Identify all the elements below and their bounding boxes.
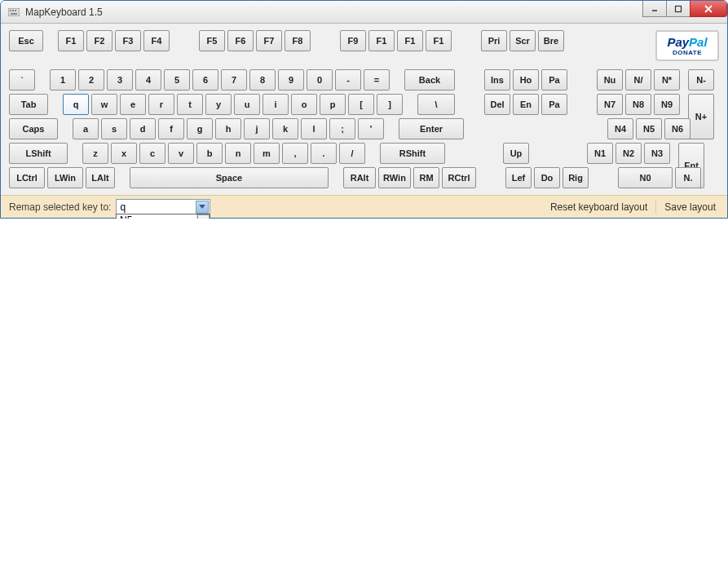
key-rshift[interactable]: RShift (380, 143, 445, 164)
key-numdiv[interactable]: N/ (625, 69, 651, 91)
key-z[interactable]: z (82, 143, 108, 164)
key-1[interactable]: 1 (50, 69, 76, 91)
key-quote[interactable]: ' (358, 118, 384, 139)
key-ralt[interactable]: RAlt (343, 167, 376, 188)
key-0[interactable]: 0 (307, 69, 333, 91)
key-rmenu[interactable]: RM (413, 167, 439, 188)
key-y[interactable]: y (205, 94, 232, 115)
key-rwin[interactable]: RWin (378, 167, 411, 188)
key-u[interactable]: u (234, 94, 260, 115)
key-pageup[interactable]: Pa (541, 69, 567, 91)
key-h[interactable]: h (215, 118, 241, 139)
key-num4[interactable]: N4 (607, 118, 633, 139)
remap-select[interactable]: q (116, 199, 210, 215)
reset-layout-button[interactable]: Reset keyboard layout (547, 201, 651, 213)
key-tab[interactable]: Tab (9, 94, 48, 115)
key-up[interactable]: Up (503, 143, 529, 164)
key-space[interactable]: Space (130, 167, 329, 188)
maximize-button[interactable] (666, 1, 690, 17)
key-lctrl[interactable]: LCtrl (9, 167, 45, 188)
key-8[interactable]: 8 (249, 69, 276, 91)
key-n[interactable]: n (225, 143, 251, 164)
key-num1[interactable]: N1 (587, 143, 613, 164)
scroll-up-button[interactable]: ▲ (197, 214, 210, 219)
dropdown-item[interactable]: N5 (117, 214, 196, 219)
key-capslock[interactable]: Caps (9, 118, 58, 139)
key-p[interactable]: p (320, 94, 346, 115)
key-f1[interactable]: F1 (58, 30, 84, 51)
key-b[interactable]: b (196, 143, 223, 164)
key-4[interactable]: 4 (135, 69, 161, 91)
key-s[interactable]: s (101, 118, 127, 139)
key-backslash[interactable]: \ (417, 94, 455, 115)
key-pagedown[interactable]: Pa (541, 94, 567, 115)
key-t[interactable]: t (177, 94, 203, 115)
key-l[interactable]: l (301, 118, 327, 139)
key-j[interactable]: j (244, 118, 270, 139)
key-comma[interactable]: , (282, 143, 308, 164)
key-rctrl[interactable]: RCtrl (442, 167, 476, 188)
key-numplus[interactable]: N+ (688, 94, 714, 139)
key-w[interactable]: w (91, 94, 117, 115)
key-f12[interactable]: F1 (426, 30, 452, 51)
key-break[interactable]: Bre (538, 30, 564, 51)
key-num6[interactable]: N6 (664, 118, 690, 139)
key-f7[interactable]: F7 (256, 30, 282, 51)
key-9[interactable]: 9 (278, 69, 304, 91)
close-button[interactable] (690, 1, 727, 17)
key-f11[interactable]: F1 (397, 30, 423, 51)
key-rbracket[interactable]: ] (377, 94, 403, 115)
key-lalt[interactable]: LAlt (86, 167, 115, 188)
key-i[interactable]: i (263, 94, 289, 115)
key-num5[interactable]: N5 (636, 118, 662, 139)
key-printscreen[interactable]: Pri (481, 30, 507, 51)
key-x[interactable]: x (111, 143, 137, 164)
key-o[interactable]: o (291, 94, 317, 115)
save-layout-button[interactable]: Save layout (661, 201, 719, 213)
key-insert[interactable]: Ins (484, 69, 510, 91)
key-q[interactable]: q (63, 94, 89, 115)
key-minus[interactable]: - (335, 69, 361, 91)
key-equals[interactable]: = (364, 69, 390, 91)
key-num0[interactable]: N0 (618, 167, 673, 188)
key-e[interactable]: e (120, 94, 146, 115)
key-f[interactable]: f (158, 118, 184, 139)
key-numdot[interactable]: N. (675, 167, 701, 188)
key-2[interactable]: 2 (78, 69, 104, 91)
key-3[interactable]: 3 (107, 69, 133, 91)
key-f2[interactable]: F2 (86, 30, 113, 51)
key-enter[interactable]: Enter (399, 118, 464, 139)
paypal-donate-button[interactable]: PayPal DONATE (655, 30, 719, 61)
key-f6[interactable]: F6 (227, 30, 254, 51)
dropdown-list[interactable]: N5N6N7N8N9NumberLockopPageDownPageUpPrin… (117, 214, 196, 219)
key-semicolon[interactable]: ; (329, 118, 355, 139)
key-delete[interactable]: Del (484, 94, 510, 115)
key-num8[interactable]: N8 (625, 94, 651, 115)
key-7[interactable]: 7 (221, 69, 247, 91)
key-numminus[interactable]: N- (688, 69, 714, 91)
key-f4[interactable]: F4 (143, 30, 170, 51)
key-left[interactable]: Lef (505, 167, 532, 188)
key-lshift[interactable]: LShift (9, 143, 68, 164)
key-lbracket[interactable]: [ (348, 94, 374, 115)
key-num2[interactable]: N2 (615, 143, 642, 164)
key-scrolllock[interactable]: Scr (510, 30, 536, 51)
key-backspace[interactable]: Back (404, 69, 455, 91)
key-k[interactable]: k (272, 118, 298, 139)
key-f10[interactable]: F1 (368, 30, 395, 51)
key-lwin[interactable]: LWin (47, 167, 83, 188)
key-numlock[interactable]: Nu (597, 69, 623, 91)
key-f8[interactable]: F8 (285, 30, 311, 51)
key-a[interactable]: a (73, 118, 99, 139)
key-c[interactable]: c (139, 143, 165, 164)
key-end[interactable]: En (513, 94, 539, 115)
key-6[interactable]: 6 (192, 69, 218, 91)
key-m[interactable]: m (254, 143, 280, 164)
key-home[interactable]: Ho (513, 69, 539, 91)
key-f5[interactable]: F5 (199, 30, 225, 51)
key-slash[interactable]: / (339, 143, 365, 164)
key-g[interactable]: g (187, 118, 213, 139)
key-right[interactable]: Rig (563, 167, 589, 188)
key-esc[interactable]: Esc (9, 30, 43, 51)
key-v[interactable]: v (168, 143, 194, 164)
